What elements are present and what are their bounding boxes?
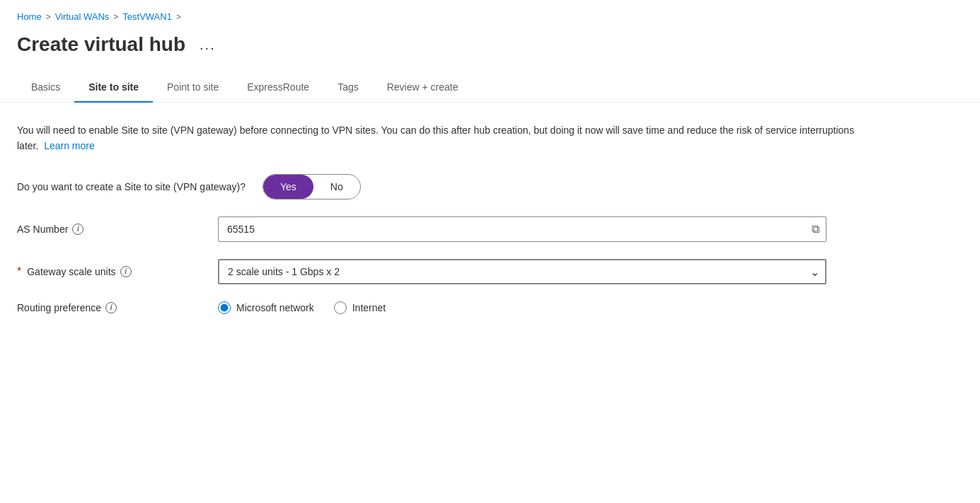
routing-preference-label: Routing preference i xyxy=(17,302,201,313)
info-text: You will need to enable Site to site (VP… xyxy=(17,122,866,154)
toggle-yes-button[interactable]: Yes xyxy=(263,175,313,199)
gateway-scale-units-label: Gateway scale units i xyxy=(17,265,201,278)
routing-preference-info-icon: i xyxy=(105,302,117,313)
routing-internet-label: Internet xyxy=(352,302,386,313)
routing-preference-radio-group: Microsoft network Internet xyxy=(218,301,386,314)
routing-microsoft-network-option[interactable]: Microsoft network xyxy=(218,301,314,314)
tab-tags[interactable]: Tags xyxy=(323,73,373,103)
tab-site-to-site[interactable]: Site to site xyxy=(74,73,153,103)
tab-point-to-site[interactable]: Point to site xyxy=(153,73,233,103)
breadcrumb-virtual-wans[interactable]: Virtual WANs xyxy=(55,11,110,22)
breadcrumb-home[interactable]: Home xyxy=(17,11,42,22)
copy-icon[interactable]: ⧉ xyxy=(812,223,819,236)
vpn-toggle-group: Yes No xyxy=(263,174,361,200)
gateway-scale-units-row: Gateway scale units i 1 scale unit - 500… xyxy=(17,259,945,284)
gateway-scale-units-info-icon: i xyxy=(120,266,132,277)
as-number-label: AS Number i xyxy=(17,224,201,235)
tab-bar: Basics Site to site Point to site Expres… xyxy=(0,73,980,103)
routing-microsoft-network-radio[interactable] xyxy=(218,301,231,314)
main-content: You will need to enable Site to site (VP… xyxy=(0,103,962,351)
tab-basics[interactable]: Basics xyxy=(17,73,74,103)
learn-more-link[interactable]: Learn more xyxy=(44,140,95,151)
tab-review-create[interactable]: Review + create xyxy=(373,73,473,103)
vpn-question-label: Do you want to create a Site to site (VP… xyxy=(17,181,246,192)
as-number-input-wrapper: ⧉ xyxy=(218,216,826,242)
more-options-button[interactable]: ... xyxy=(194,34,221,56)
breadcrumb: Home > Virtual WANs > TestVWAN1 > xyxy=(0,0,980,28)
toggle-no-button[interactable]: No xyxy=(313,175,360,199)
as-number-row: AS Number i ⧉ xyxy=(17,216,945,242)
routing-internet-radio[interactable] xyxy=(334,301,347,314)
routing-preference-row: Routing preference i Microsoft network I… xyxy=(17,301,945,314)
vpn-question-row: Do you want to create a Site to site (VP… xyxy=(17,174,945,200)
breadcrumb-sep-1: > xyxy=(46,12,51,22)
as-number-info-icon: i xyxy=(72,224,83,235)
tab-expressroute[interactable]: ExpressRoute xyxy=(233,73,323,103)
routing-microsoft-network-label: Microsoft network xyxy=(236,302,314,313)
gateway-scale-units-select[interactable]: 1 scale unit - 500 Mbps x 2 2 scale unit… xyxy=(218,259,826,284)
gateway-scale-units-select-wrapper: 1 scale unit - 500 Mbps x 2 2 scale unit… xyxy=(218,259,826,284)
routing-internet-option[interactable]: Internet xyxy=(334,301,386,314)
breadcrumb-testvwan1[interactable]: TestVWAN1 xyxy=(122,11,172,22)
page-header: Create virtual hub ... xyxy=(0,28,980,73)
page-title: Create virtual hub xyxy=(17,33,185,56)
breadcrumb-sep-2: > xyxy=(113,12,118,22)
as-number-input[interactable] xyxy=(218,216,826,242)
breadcrumb-sep-3: > xyxy=(176,12,181,22)
